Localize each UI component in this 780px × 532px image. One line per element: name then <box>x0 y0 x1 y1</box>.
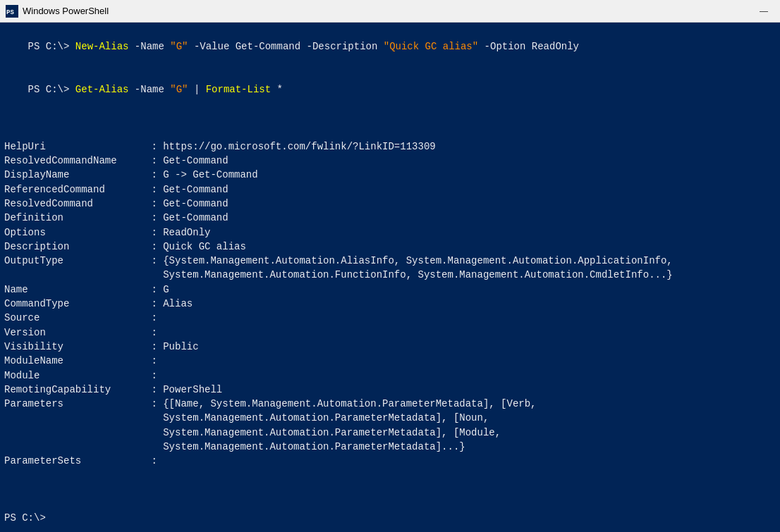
field-modulename: ModuleName : <box>4 354 776 368</box>
param-star: * <box>271 84 283 95</box>
final-prompt[interactable]: PS C:\> <box>4 511 776 525</box>
titlebar-left: PS Windows PowerShell <box>6 5 109 18</box>
titlebar: PS Windows PowerShell — <box>0 0 780 23</box>
param-value-1: -Value <box>188 41 235 52</box>
param-name-1: -Name <box>128 41 170 52</box>
field-parametersets: ParameterSets : <box>4 454 776 468</box>
window-title: Windows PowerShell <box>23 6 109 16</box>
cmd-new-alias: New-Alias <box>75 41 129 52</box>
blank-4 <box>4 483 776 497</box>
app-icon: PS <box>6 5 18 18</box>
field-visibility: Visibility : Public <box>4 340 776 354</box>
value-get-command: Get-Command <box>236 41 300 52</box>
field-parameters-4: System.Management.Automation.ParameterMe… <box>4 440 776 454</box>
titlebar-controls: — <box>753 4 774 18</box>
minimize-button[interactable]: — <box>753 4 774 18</box>
field-description: Description : Quick GC alias <box>4 240 776 254</box>
param-desc: -Description <box>300 41 384 52</box>
blank-5 <box>4 497 776 511</box>
field-resolvedcommandname: ResolvedCommandName : Get-Command <box>4 154 776 168</box>
field-outputtype-1: OutputType : {System.Management.Automati… <box>4 254 776 268</box>
value-g-2: "G" <box>170 84 188 95</box>
field-parameters-1: Parameters : {[Name, System.Management.A… <box>4 397 776 411</box>
field-definition: Definition : Get-Command <box>4 211 776 225</box>
param-name-2: -Name <box>128 84 170 95</box>
command-line-1: PS C:\> New-Alias -Name "G" -Value Get-C… <box>4 25 776 68</box>
blank-2 <box>4 125 776 140</box>
field-displayname: DisplayName : G -> Get-Command <box>4 168 776 182</box>
pipe-char: | <box>188 84 205 95</box>
field-commandtype: CommandType : Alias <box>4 297 776 311</box>
blank-1 <box>4 111 776 125</box>
field-version: Version : <box>4 326 776 340</box>
value-readonly: ReadOnly <box>532 41 579 52</box>
field-parameters-3: System.Management.Automation.ParameterMe… <box>4 426 776 440</box>
field-remotingcapability: RemotingCapability : PowerShell <box>4 383 776 397</box>
field-options: Options : ReadOnly <box>4 225 776 240</box>
value-g-1: "G" <box>170 41 188 52</box>
field-module: Module : <box>4 369 776 383</box>
prompt-2: PS C:\> <box>28 84 75 95</box>
cmd-get-alias: Get-Alias <box>75 84 129 95</box>
cmd-format-list: Format-List <box>206 84 271 95</box>
value-desc: "Quick GC alias" <box>384 41 478 52</box>
field-outputtype-2: System.Management.Automation.FunctionInf… <box>4 268 776 282</box>
terminal-area: PS C:\> New-Alias -Name "G" -Value Get-C… <box>0 23 780 532</box>
command-line-2: PS C:\> Get-Alias -Name "G" | Format-Lis… <box>4 68 776 111</box>
prompt-1: PS C:\> <box>28 41 75 52</box>
field-parameters-2: System.Management.Automation.ParameterMe… <box>4 411 776 425</box>
field-resolvedcommand: ResolvedCommand : Get-Command <box>4 197 776 211</box>
param-option: -Option <box>478 41 532 52</box>
blank-3 <box>4 469 776 483</box>
field-name: Name : G <box>4 283 776 297</box>
svg-text:PS: PS <box>6 9 14 16</box>
field-source: Source : <box>4 311 776 325</box>
field-helpuri: HelpUri : https://go.microsoft.com/fwlin… <box>4 140 776 154</box>
field-referencedcommand: ReferencedCommand : Get-Command <box>4 183 776 197</box>
